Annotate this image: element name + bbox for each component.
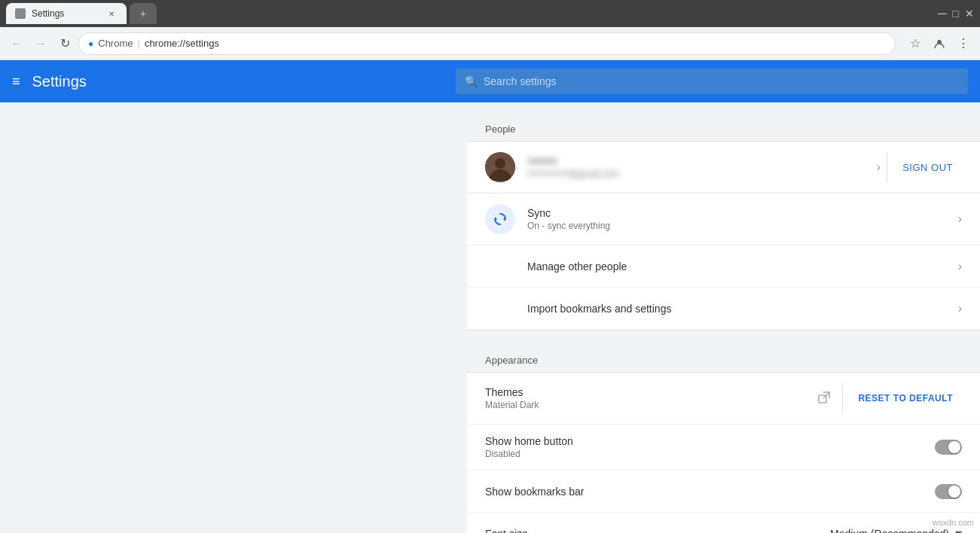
people-section-label: People bbox=[467, 117, 980, 141]
tab-title: Settings bbox=[32, 8, 64, 19]
bookmarks-bar-info: Show bookmarks bar bbox=[485, 486, 935, 498]
search-input[interactable]: Search settings bbox=[484, 75, 557, 87]
settings-header: ≡ Settings 🔍 Search settings bbox=[0, 60, 980, 102]
home-button-title: Show home button bbox=[485, 435, 935, 447]
secure-icon: ● bbox=[88, 38, 93, 49]
title-bar: Settings ✕ + ─ □ ✕ bbox=[0, 0, 980, 27]
nav-bar: ← → ↻ ● Chrome | chrome://settings ☆ ⋮ bbox=[0, 27, 980, 60]
bookmarks-bar-row[interactable]: Show bookmarks bar bbox=[467, 471, 980, 513]
menu-button[interactable]: ⋮ bbox=[953, 33, 974, 54]
forward-button[interactable]: → bbox=[30, 33, 51, 54]
svg-rect-0 bbox=[17, 10, 24, 17]
left-panel bbox=[0, 102, 467, 533]
settings-content: People •••••••• •••• bbox=[0, 102, 980, 533]
svg-point-3 bbox=[495, 158, 505, 169]
import-info: Import bookmarks and settings bbox=[485, 303, 952, 315]
manage-people-title: Manage other people bbox=[527, 260, 952, 273]
address-separator: | bbox=[138, 38, 140, 49]
home-button-row[interactable]: Show home button Disabled bbox=[467, 425, 980, 471]
home-button-toggle[interactable] bbox=[935, 440, 962, 455]
font-size-row[interactable]: Font size Medium (Recommended) ▾ bbox=[467, 513, 980, 533]
bookmarks-bar-toggle[interactable] bbox=[935, 484, 962, 499]
sync-icon-container bbox=[485, 204, 515, 234]
sync-info: Sync On - sync everything bbox=[527, 207, 952, 231]
appearance-card: Themes Material Dark RESET TO DEFAULT bbox=[467, 372, 980, 533]
home-button-info: Show home button Disabled bbox=[485, 435, 935, 459]
people-card: •••••••• •••••••••••••@gmail.com › SIGN … bbox=[467, 141, 980, 330]
url-text: chrome://settings bbox=[145, 38, 219, 49]
sync-row[interactable]: Sync On - sync everything › bbox=[467, 193, 980, 245]
svg-marker-5 bbox=[495, 217, 497, 221]
refresh-button[interactable]: ↻ bbox=[54, 33, 75, 54]
settings-page: ≡ Settings 🔍 Search settings People bbox=[0, 60, 980, 533]
sync-subtitle: On - sync everything bbox=[527, 221, 952, 231]
tab-close-button[interactable]: ✕ bbox=[105, 8, 118, 20]
tab-favicon bbox=[15, 8, 26, 19]
page-title: Settings bbox=[32, 73, 87, 90]
sync-chevron: › bbox=[958, 212, 962, 226]
user-row-chevron: › bbox=[877, 160, 881, 174]
user-info: •••••••• •••••••••••••@gmail.com bbox=[527, 155, 871, 179]
manage-people-row[interactable]: Manage other people › bbox=[467, 245, 980, 288]
reset-to-default-button[interactable]: RESET TO DEFAULT bbox=[849, 387, 962, 410]
browser-name: Chrome bbox=[98, 38, 133, 49]
user-avatar bbox=[485, 152, 515, 182]
divider bbox=[842, 383, 843, 413]
manage-people-info: Manage other people bbox=[485, 260, 952, 273]
themes-title: Themes bbox=[485, 386, 818, 398]
browser-frame: Settings ✕ + ─ □ ✕ ← → ↻ ● Chrome | chro… bbox=[0, 0, 980, 533]
close-window-button[interactable]: ✕ bbox=[965, 8, 974, 20]
appearance-section-label: Appearance bbox=[467, 349, 980, 372]
themes-row[interactable]: Themes Material Dark RESET TO DEFAULT bbox=[467, 373, 980, 425]
hamburger-menu-icon[interactable]: ≡ bbox=[12, 74, 20, 90]
home-button-subtitle: Disabled bbox=[485, 449, 935, 459]
search-bar[interactable]: 🔍 Search settings bbox=[456, 69, 968, 94]
manage-chevron: › bbox=[958, 260, 962, 273]
back-button[interactable]: ← bbox=[6, 33, 27, 54]
profile-button[interactable] bbox=[929, 33, 950, 54]
active-tab[interactable]: Settings ✕ bbox=[6, 3, 127, 24]
user-email: •••••••••••••@gmail.com bbox=[527, 169, 871, 179]
maximize-button[interactable]: □ bbox=[953, 8, 959, 20]
user-profile-row[interactable]: •••••••• •••••••••••••@gmail.com › SIGN … bbox=[467, 142, 980, 193]
themes-subtitle: Material Dark bbox=[485, 400, 818, 410]
search-icon: 🔍 bbox=[465, 75, 478, 87]
external-link-icon bbox=[818, 391, 830, 406]
minimize-button[interactable]: ─ bbox=[938, 7, 946, 20]
new-tab-button[interactable]: + bbox=[130, 3, 157, 24]
font-size-title: Font size bbox=[485, 528, 830, 533]
sync-title: Sync bbox=[527, 207, 952, 219]
import-chevron: › bbox=[958, 302, 962, 315]
import-bookmarks-row[interactable]: Import bookmarks and settings › bbox=[467, 288, 980, 330]
bookmarks-button[interactable]: ☆ bbox=[905, 33, 926, 54]
user-name: •••••••• bbox=[527, 155, 871, 167]
themes-info: Themes Material Dark bbox=[485, 386, 818, 410]
right-panel: People •••••••• •••• bbox=[467, 102, 980, 533]
watermark: wsxdn.com bbox=[933, 518, 974, 527]
font-size-info: Font size bbox=[485, 528, 830, 533]
sign-out-button[interactable]: SIGN OUT bbox=[893, 156, 962, 179]
font-size-value: Medium (Recommended) bbox=[830, 528, 949, 533]
address-bar[interactable]: ● Chrome | chrome://settings bbox=[78, 32, 896, 55]
import-title: Import bookmarks and settings bbox=[527, 303, 952, 315]
bookmarks-bar-title: Show bookmarks bar bbox=[485, 486, 935, 498]
section-gap bbox=[467, 330, 980, 349]
svg-marker-4 bbox=[503, 217, 505, 221]
